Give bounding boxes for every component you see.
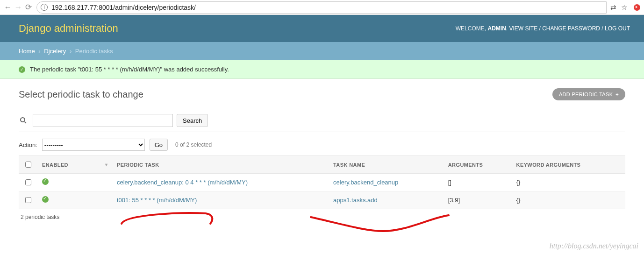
- periodic-task-link[interactable]: celery.backend_cleanup: 0 4 * * * (m/h/d…: [117, 179, 248, 186]
- breadcrumb-current: Periodic tasks: [75, 48, 113, 55]
- admin-header: Django administration WELCOME, ADMIN. VI…: [0, 15, 644, 42]
- result-count: 2 periodic tasks: [19, 209, 625, 225]
- breadcrumb-app[interactable]: Djcelery: [44, 48, 66, 55]
- omnibox-actions: ⇄ ☆: [607, 3, 631, 12]
- search-button[interactable]: Search: [177, 114, 208, 127]
- task-name-link[interactable]: apps1.tasks.add: [333, 197, 378, 204]
- change-password-link[interactable]: CHANGE PASSWORD: [542, 25, 600, 32]
- add-button-label: ADD PERIODIC TASK: [559, 92, 613, 97]
- sort-indicator-icon: ▾: [105, 162, 107, 167]
- view-site-link[interactable]: VIEW SITE: [509, 25, 537, 32]
- search-bar: Search: [19, 109, 625, 132]
- forward-button[interactable]: →: [13, 3, 23, 12]
- arguments-cell: []: [444, 174, 512, 191]
- kw-arguments-cell: {}: [512, 174, 625, 191]
- back-button[interactable]: ←: [3, 3, 13, 12]
- col-select-all: [19, 156, 37, 174]
- enabled-icon: [42, 178, 49, 185]
- success-message: ✓ The periodic task "t001: 55 * * * * (m…: [0, 60, 644, 79]
- arguments-cell: [3,9]: [444, 191, 512, 209]
- page-title: Select periodic task to change: [19, 89, 143, 100]
- select-all-checkbox[interactable]: [25, 162, 31, 168]
- task-name-link[interactable]: celery.backend_cleanup: [333, 179, 398, 186]
- selection-count: 0 of 2 selected: [175, 141, 212, 148]
- bookmark-icon[interactable]: ☆: [621, 3, 627, 12]
- col-arguments[interactable]: ARGUMENTS: [444, 156, 512, 174]
- changelist-table: ENABLED▾ PERIODIC TASK TASK NAME ARGUMEN…: [19, 155, 625, 209]
- action-select[interactable]: ---------: [42, 139, 145, 151]
- search-icon: [20, 117, 27, 124]
- table-row: t001: 55 * * * * (m/h/d/dM/MY) apps1.tas…: [19, 191, 625, 209]
- col-enabled[interactable]: ENABLED▾: [37, 156, 112, 174]
- kw-arguments-cell: {}: [512, 191, 625, 209]
- plus-icon: +: [615, 92, 619, 97]
- breadcrumb: Home › Djcelery › Periodic tasks: [0, 42, 644, 60]
- site-title: Django administration: [19, 22, 118, 35]
- col-kw-arguments[interactable]: KEYWORD ARGUMENTS: [512, 156, 625, 174]
- col-periodic-task[interactable]: PERIODIC TASK: [112, 156, 329, 174]
- svg-point-0: [21, 118, 25, 122]
- actions-row: Action: --------- Go 0 of 2 selected: [19, 139, 625, 151]
- reload-button[interactable]: ⟳: [23, 2, 34, 12]
- username: ADMIN: [487, 25, 506, 32]
- user-tools: WELCOME, ADMIN. VIEW SITE / CHANGE PASSW…: [456, 25, 630, 32]
- search-input[interactable]: [33, 114, 173, 127]
- row-checkbox[interactable]: [25, 179, 31, 185]
- svg-line-1: [25, 122, 27, 124]
- add-periodic-task-button[interactable]: ADD PERIODIC TASK +: [552, 88, 625, 100]
- extension-icon[interactable]: [633, 3, 641, 12]
- site-info-icon[interactable]: i: [41, 4, 48, 11]
- logout-link[interactable]: LOG OUT: [605, 25, 630, 32]
- go-button[interactable]: Go: [150, 139, 168, 151]
- action-label: Action:: [19, 141, 37, 148]
- row-checkbox[interactable]: [25, 197, 31, 203]
- breadcrumb-home[interactable]: Home: [19, 48, 35, 55]
- url-input[interactable]: [50, 3, 602, 12]
- success-icon: ✓: [19, 66, 25, 73]
- success-text: The periodic task "t001: 55 * * * * (m/h…: [30, 66, 229, 73]
- periodic-task-link[interactable]: t001: 55 * * * * (m/h/d/dM/MY): [117, 197, 197, 204]
- browser-toolbar: ← → ⟳ i ⇄ ☆: [0, 0, 644, 15]
- enabled-icon: [42, 196, 49, 203]
- address-bar[interactable]: i: [36, 1, 607, 14]
- translate-icon[interactable]: ⇄: [610, 3, 616, 12]
- col-task-name[interactable]: TASK NAME: [329, 156, 444, 174]
- welcome-text: WELCOME,: [456, 25, 486, 32]
- table-row: celery.backend_cleanup: 0 4 * * * (m/h/d…: [19, 174, 625, 191]
